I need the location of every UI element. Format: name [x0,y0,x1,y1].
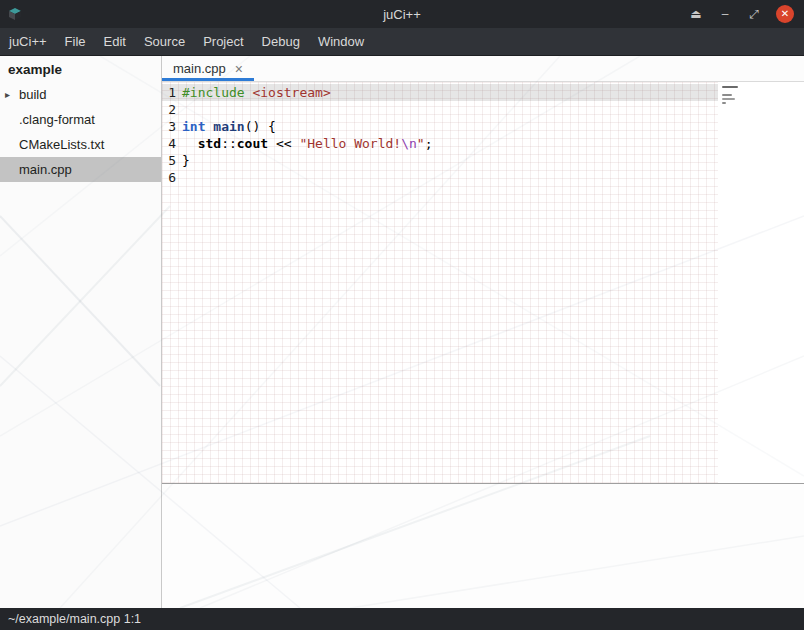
line-number: 5 [162,152,176,169]
menubar: juCi++FileEditSourceProjectDebugWindow [0,28,804,56]
tabbar: main.cpp × [162,56,804,82]
tree-item-clang-format[interactable]: .clang-format [0,107,161,132]
window-title: juCi++ [0,7,804,22]
token-kw: int [182,119,205,134]
code-text: int main() { [182,118,276,135]
menu-edit[interactable]: Edit [95,28,135,56]
code-text: } [182,152,190,169]
token-pl: << [268,136,299,151]
minimap-line [722,98,735,100]
app-window: juCi++ ⏏–⤢✕ juCi++FileEditSourceProjectD… [0,0,804,630]
app-logo-icon [7,5,25,23]
menu-source[interactable]: Source [135,28,194,56]
code-line[interactable]: 5} [162,152,718,169]
code-text: #include <iostream> [182,84,331,101]
content-area: example ▸build.clang-formatCMakeLists.tx… [0,56,804,608]
menu-window[interactable]: Window [309,28,373,56]
code-editor[interactable]: 1#include <iostream>23int main() {4 std:… [162,82,804,483]
code-line[interactable]: 4 std::cout << "Hello World!\n"; [162,135,718,152]
token-pl: } [182,153,190,168]
code-area[interactable]: 1#include <iostream>23int main() {4 std:… [162,82,718,483]
menu-debug[interactable]: Debug [253,28,309,56]
token-str: " [417,136,425,151]
token-esc: \n [401,136,417,151]
token-ns: cout [237,136,268,151]
code-line[interactable]: 2 [162,101,718,118]
line-number: 2 [162,101,176,118]
menu-project[interactable]: Project [194,28,252,56]
eject-button[interactable]: ⏏ [689,5,703,23]
line-number: 6 [162,169,176,186]
statusbar: ~/example/main.cpp 1:1 [0,608,804,630]
line-number: 4 [162,135,176,152]
tree-item-build[interactable]: ▸build [0,82,161,107]
token-inc: <iostream> [252,85,330,100]
tree-item-cmakelists-txt[interactable]: CMakeLists.txt [0,132,161,157]
code-line[interactable]: 6 [162,169,718,186]
main-pane: main.cpp × 1#include <iostream>23int mai… [162,56,804,608]
expander-icon[interactable]: ▸ [0,89,17,100]
window-controls: ⏏–⤢✕ [689,5,804,23]
token-fn: main [213,119,244,134]
token-str: "Hello World! [299,136,401,151]
code-line[interactable]: 1#include <iostream> [162,84,718,101]
titlebar[interactable]: juCi++ ⏏–⤢✕ [0,0,804,28]
code-line[interactable]: 3int main() { [162,118,718,135]
tree-item-main-cpp[interactable]: main.cpp [0,157,161,182]
code-lines: 1#include <iostream>23int main() {4 std:… [162,84,718,186]
tab-close-icon[interactable]: × [235,62,243,76]
file-browser-sidebar: example ▸build.clang-formatCMakeLists.tx… [0,56,162,608]
minimap-line [722,102,726,104]
code-text: std::cout << "Hello World!\n"; [182,135,432,152]
line-number: 3 [162,118,176,135]
menu-juci[interactable]: juCi++ [0,28,56,56]
file-tree: ▸build.clang-formatCMakeLists.txtmain.cp… [0,82,161,182]
output-panel[interactable] [162,484,804,608]
menu-file[interactable]: File [56,28,95,56]
tab-main-cpp[interactable]: main.cpp × [162,56,254,81]
minimize-button[interactable]: – [718,5,732,23]
tree-item-label: build [17,87,46,102]
token-pl: :: [221,136,237,151]
line-number: 1 [162,84,176,101]
token-ns: std [198,136,221,151]
project-root-label: example [0,56,161,82]
token-pl [182,136,198,151]
tree-item-label: main.cpp [17,162,72,177]
minimap-line [722,86,738,88]
tree-item-label: CMakeLists.txt [17,137,104,152]
close-button[interactable]: ✕ [776,5,794,23]
statusbar-file-position: ~/example/main.cpp 1:1 [8,612,141,626]
tab-label: main.cpp [173,61,226,76]
token-pl: ; [425,136,433,151]
tree-item-label: .clang-format [17,112,95,127]
minimap[interactable] [722,86,750,104]
restore-button[interactable]: ⤢ [747,5,761,23]
token-pp: #include [182,85,245,100]
token-pl: () { [245,119,276,134]
minimap-line [722,94,732,96]
